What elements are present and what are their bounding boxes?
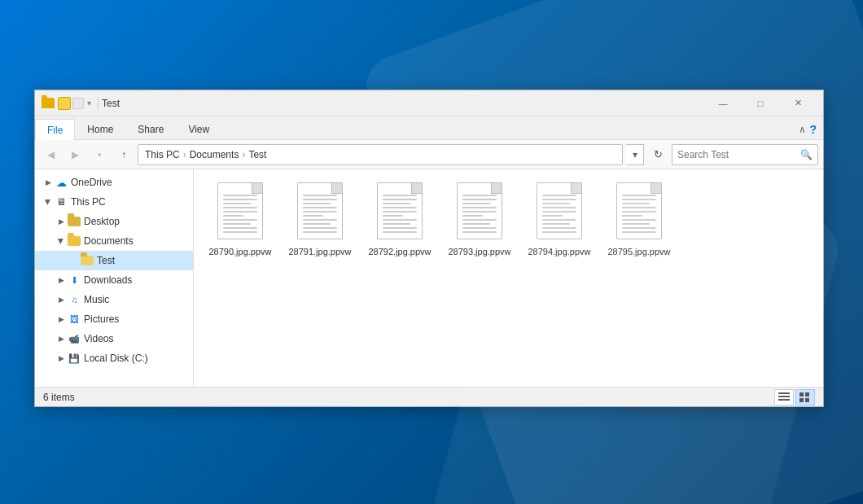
svg-rect-5 — [799, 398, 804, 402]
tab-view[interactable]: View — [176, 118, 221, 139]
back-button[interactable]: ◀ — [40, 144, 61, 165]
expand-arrow-music: ▶ — [55, 293, 68, 306]
file-icon-2 — [374, 182, 426, 243]
sidebar-item-onedrive[interactable]: ▶ ☁ OneDrive — [35, 173, 193, 192]
sidebar-label-test: Test — [97, 255, 115, 266]
expand-arrow-pictures: ▶ — [55, 313, 68, 326]
sidebar-label-documents: Documents — [84, 235, 134, 247]
sidebar-item-downloads[interactable]: ▶ ⬇ Downloads — [35, 270, 193, 290]
svg-rect-2 — [778, 399, 790, 401]
sidebar-item-test[interactable]: ▶ Test — [35, 251, 193, 270]
desktop-folder-icon — [68, 217, 81, 227]
music-icon: ♫ — [68, 293, 81, 306]
file-item-1[interactable]: 28791.jpg.ppvw — [283, 179, 357, 261]
expand-arrow-videos: ▶ — [55, 332, 68, 345]
tab-share[interactable]: Share — [125, 118, 176, 139]
sidebar-item-documents[interactable]: ▶ Documents — [35, 231, 193, 251]
sidebar-label-localdisk: Local Disk (C:) — [84, 353, 148, 364]
svg-rect-4 — [805, 392, 809, 397]
sidebar-label-pictures: Pictures — [84, 313, 119, 325]
expand-arrow-documents: ▶ — [55, 234, 68, 248]
sidebar-item-thispc[interactable]: ▶ 🖥 This PC — [35, 192, 193, 212]
svg-rect-0 — [778, 392, 790, 394]
title-separator — [98, 97, 99, 110]
onedrive-icon: ☁ — [55, 176, 68, 189]
file-name-2: 28792.jpg.ppvw — [368, 246, 431, 257]
view-buttons — [774, 389, 815, 405]
file-name-3: 28793.jpg.ppvw — [448, 246, 510, 257]
path-sep-2: › — [242, 149, 245, 160]
sidebar-label-videos: Videos — [84, 333, 113, 344]
ribbon-tabs: File Home Share View ∧ ? — [35, 116, 823, 139]
path-test: Test — [248, 149, 266, 160]
videos-icon: 📹 — [68, 332, 81, 345]
expand-arrow-thispc: ▶ — [42, 195, 55, 208]
window-controls: — □ ✕ — [704, 90, 817, 116]
file-item[interactable]: 28790.jpg.ppvw — [204, 179, 277, 261]
file-item-4[interactable]: 28794.jpg.ppvw — [523, 179, 596, 261]
main-area: ▶ ☁ OneDrive ▶ 🖥 This PC ▶ Desktop ▶ Doc… — [35, 169, 823, 387]
quick-access-btn-1[interactable] — [58, 97, 71, 110]
help-icon[interactable]: ? — [809, 123, 817, 136]
test-folder-icon — [81, 256, 94, 266]
disk-icon: 💾 — [68, 352, 81, 365]
status-bar: 6 items — [35, 387, 823, 406]
sidebar-item-videos[interactable]: ▶ 📹 Videos — [35, 329, 193, 348]
list-view-icon — [778, 392, 790, 402]
address-bar: ◀ ▶ ▾ ↑ This PC › Documents › Test ▾ ↻ 🔍 — [35, 140, 823, 169]
file-name-5: 28795.jpg.ppvw — [607, 246, 670, 257]
sidebar-label-thispc: This PC — [71, 196, 106, 208]
file-icon-1 — [294, 182, 346, 243]
title-bar: ▾ Test — □ ✕ — [35, 90, 823, 116]
file-name-4: 28794.jpg.ppvw — [528, 246, 590, 257]
search-input[interactable] — [677, 149, 797, 160]
up-button[interactable]: ↑ — [113, 144, 134, 165]
file-item-2[interactable]: 28792.jpg.ppvw — [363, 179, 436, 261]
thispc-icon: 🖥 — [55, 195, 68, 208]
refresh-button[interactable]: ↻ — [647, 144, 668, 165]
search-box[interactable]: 🔍 — [672, 144, 818, 165]
path-sep-1: › — [183, 149, 186, 160]
list-view-button[interactable] — [774, 389, 794, 405]
sidebar-item-desktop[interactable]: ▶ Desktop — [35, 212, 193, 231]
sidebar: ▶ ☁ OneDrive ▶ 🖥 This PC ▶ Desktop ▶ Doc… — [35, 169, 194, 387]
window-title: Test — [102, 98, 704, 109]
recent-locations-button[interactable]: ▾ — [89, 144, 110, 165]
forward-button[interactable]: ▶ — [64, 144, 85, 165]
grid-view-button[interactable] — [795, 389, 815, 405]
file-item-3[interactable]: 28793.jpg.ppvw — [443, 179, 516, 261]
quick-access-btn-2[interactable] — [72, 98, 84, 109]
svg-rect-1 — [778, 396, 790, 397]
address-dropdown[interactable]: ▾ — [626, 144, 644, 165]
title-quick-access: ▾ — [42, 97, 91, 110]
sidebar-label-desktop: Desktop — [84, 216, 120, 227]
documents-folder-icon — [68, 236, 81, 247]
tab-file[interactable]: File — [35, 119, 75, 140]
address-path[interactable]: This PC › Documents › Test — [138, 144, 623, 165]
search-icon[interactable]: 🔍 — [800, 149, 813, 160]
file-icon-0 — [214, 182, 266, 243]
tab-home[interactable]: Home — [75, 118, 125, 139]
file-item-5[interactable]: 28795.jpg.ppvw — [602, 179, 676, 261]
file-area: 28790.jpg.ppvw 28791.jpg.ppvw — [194, 169, 823, 387]
sidebar-label-downloads: Downloads — [84, 274, 132, 286]
expand-arrow-localdisk: ▶ — [55, 352, 68, 365]
maximize-button[interactable]: □ — [742, 90, 779, 116]
path-thispc: This PC — [145, 149, 180, 160]
pictures-icon: 🖼 — [68, 313, 81, 326]
file-name-1: 28791.jpg.ppvw — [288, 246, 351, 257]
ribbon-expand[interactable]: ∧ ? — [792, 120, 823, 139]
sidebar-item-localdisk[interactable]: ▶ 💾 Local Disk (C:) — [35, 348, 193, 368]
sidebar-item-pictures[interactable]: ▶ 🖼 Pictures — [35, 309, 193, 329]
close-button[interactable]: ✕ — [779, 90, 817, 116]
sidebar-item-music[interactable]: ▶ ♫ Music — [35, 290, 193, 309]
dropdown-arrow[interactable]: ▾ — [87, 99, 91, 107]
svg-rect-6 — [805, 398, 809, 402]
ribbon: File Home Share View ∧ ? — [35, 116, 823, 140]
explorer-window: ▾ Test — □ ✕ File Home Share View ∧ ? ◀ … — [34, 90, 824, 407]
file-icon-3 — [453, 182, 506, 243]
expand-arrow-icon: ∧ — [799, 124, 806, 135]
expand-arrow-onedrive: ▶ — [42, 176, 55, 189]
minimize-button[interactable]: — — [704, 90, 742, 116]
expand-arrow-downloads: ▶ — [55, 274, 68, 287]
